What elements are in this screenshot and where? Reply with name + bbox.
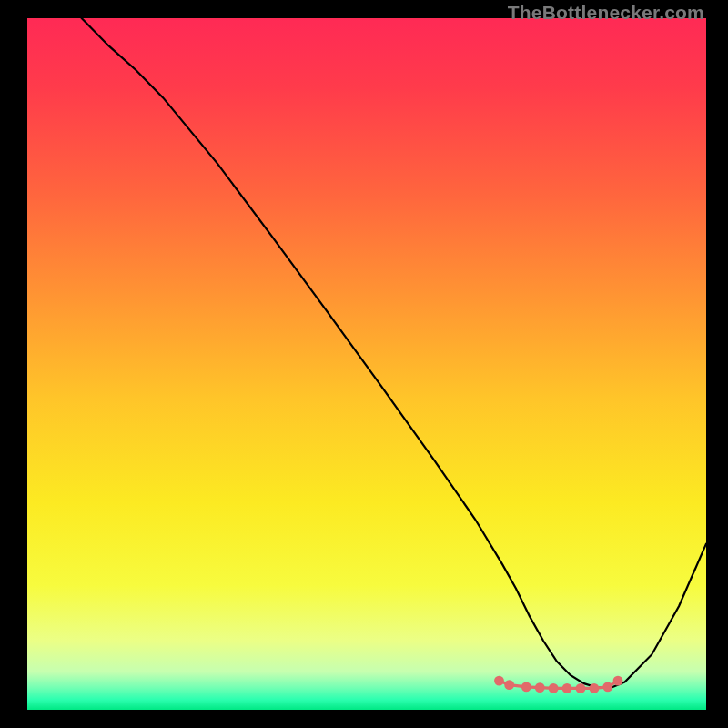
- bottleneck-chart: [27, 18, 706, 710]
- optimum-dot: [521, 682, 531, 693]
- watermark-text: TheBottlenecker.com: [508, 2, 704, 24]
- optimum-dot: [535, 682, 545, 693]
- optimum-dot: [504, 680, 514, 690]
- optimum-dot: [562, 683, 572, 693]
- optimum-dot: [549, 683, 559, 693]
- optimum-dot: [494, 676, 504, 686]
- optimum-dot: [602, 682, 612, 693]
- optimum-dot: [590, 683, 600, 693]
- optimum-dot: [576, 683, 586, 693]
- gradient-background: [27, 18, 706, 710]
- chart-frame: [27, 18, 706, 710]
- optimum-dot: [613, 676, 623, 686]
